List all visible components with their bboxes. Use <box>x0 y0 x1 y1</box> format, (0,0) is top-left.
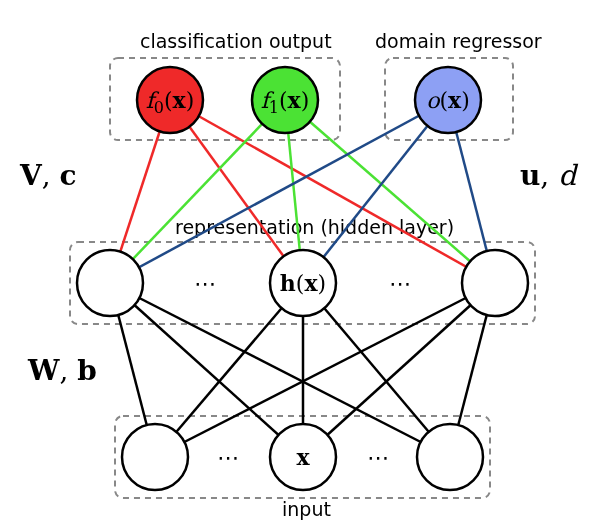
dots-input-left: ⋯ <box>217 445 239 470</box>
node-input-left <box>122 424 188 490</box>
svg-line-7 <box>303 100 448 283</box>
svg-line-3 <box>110 100 285 283</box>
node-hidden-left <box>77 250 143 316</box>
dots-input-right: ⋯ <box>367 445 389 470</box>
node-input-right <box>417 424 483 490</box>
param-ud: u, d <box>520 159 579 192</box>
label-classification: classification output <box>140 30 332 52</box>
label-hidden: representation (hidden layer) <box>175 216 454 238</box>
label-input: input <box>282 498 331 520</box>
label-h: h(x) <box>280 270 326 296</box>
param-Wb: W, b <box>27 354 97 387</box>
label-x: x <box>296 444 310 470</box>
dots-hidden-right: ⋯ <box>389 271 411 296</box>
label-f0: f0(x) <box>146 87 195 117</box>
dots-hidden-left: ⋯ <box>194 271 216 296</box>
node-hidden-right <box>462 250 528 316</box>
label-o: o(x) <box>426 87 470 113</box>
param-Vc: V, c <box>19 159 77 192</box>
label-f1: f1(x) <box>261 87 310 117</box>
nn-diagram: classification output domain regressor r… <box>0 0 604 524</box>
label-domain: domain regressor <box>375 30 542 52</box>
